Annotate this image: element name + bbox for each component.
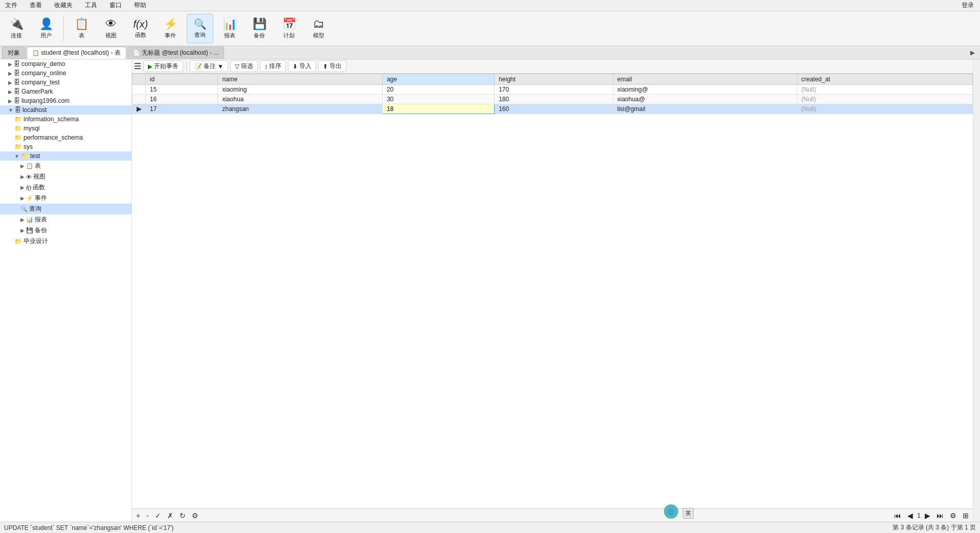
menu-window[interactable]: 窗口: [106, 0, 125, 11]
cell-height-1[interactable]: 170: [495, 85, 613, 95]
cell-email-1[interactable]: xiaoming@: [613, 85, 797, 95]
confirm-button[interactable]: ✓: [153, 510, 163, 521]
note-icon: 📝: [194, 63, 202, 70]
sidebar-item-gamerpark[interactable]: ▶ 🗄 GamerPark: [0, 87, 131, 96]
cell-age-3-editing[interactable]: [383, 104, 495, 114]
next-page-button[interactable]: ▶: [923, 511, 932, 520]
col-header-created-at[interactable]: created_at: [797, 74, 973, 85]
cell-created-at-2[interactable]: (Null): [797, 95, 973, 104]
col-header-id[interactable]: id: [146, 74, 218, 85]
folder-icon: 📁: [14, 116, 22, 123]
bottom-bar: + - ✓ ✗ ↻ ⚙ ⏮ ◀ 1 ▶ ⏭ ⚙ ⊞: [132, 508, 973, 522]
sidebar-item-localhost[interactable]: ▼ 🗄 localhost: [0, 105, 131, 115]
add-row-button[interactable]: +: [134, 510, 142, 521]
toolbar-user[interactable]: 👤 用户: [33, 14, 59, 43]
toolbar-event[interactable]: ⚡ 事件: [157, 14, 184, 43]
sidebar-item-beifen[interactable]: ▶ 💾 备份: [0, 225, 131, 236]
toolbar-model[interactable]: 🗂 模型: [305, 14, 332, 43]
menu-favorites[interactable]: 收藏夹: [51, 0, 76, 11]
hamburger-icon[interactable]: ☰: [134, 61, 141, 71]
cell-id-1[interactable]: 15: [146, 85, 218, 95]
begin-transaction-button[interactable]: ▶ 开始事务: [143, 60, 183, 72]
cell-name-1[interactable]: xiaoming: [218, 85, 383, 95]
menu-file[interactable]: 文件: [2, 0, 20, 11]
sidebar-item-mysql[interactable]: 📁 mysql: [0, 124, 131, 133]
row-indicator-1: [132, 85, 146, 95]
sidebar-item-hanshu[interactable]: ▶ f() 函数: [0, 182, 131, 193]
col-header-age[interactable]: age: [383, 74, 495, 85]
cell-age-1[interactable]: 20: [383, 85, 495, 95]
export-button[interactable]: ⬆ 导出: [318, 60, 346, 72]
settings-button[interactable]: ⚙: [190, 510, 201, 521]
cell-email-3[interactable]: lisi@gmail: [613, 104, 797, 114]
grid-button[interactable]: ⊞: [961, 511, 971, 520]
col-header-name[interactable]: name: [218, 74, 383, 85]
cell-name-2[interactable]: xiaohua: [218, 95, 383, 104]
sidebar-item-company-demo[interactable]: ▶ 🗄 company_demo: [0, 59, 131, 69]
menu-view[interactable]: 查看: [27, 0, 45, 11]
import-button[interactable]: ⬇ 导入: [288, 60, 316, 72]
cell-id-3[interactable]: 17: [146, 104, 218, 114]
sidebar-item-liuqiang[interactable]: ▶ 🗄 liuqiang1996.com: [0, 96, 131, 105]
sidebar-item-company-test[interactable]: ▶ 🗄 company_test: [0, 78, 131, 87]
col-header-email[interactable]: email: [613, 74, 797, 85]
toolbar-backup[interactable]: 💾 备份: [246, 14, 273, 43]
login-button[interactable]: 登录: [957, 0, 978, 11]
first-page-button[interactable]: ⏮: [892, 511, 903, 520]
tab-untitled[interactable]: 📄 无标题 @test (localhost) - ...: [127, 47, 225, 59]
remove-row-button[interactable]: -: [144, 510, 151, 521]
sidebar-item-chaxun[interactable]: 🔍 查询: [0, 204, 131, 214]
sidebar-item-biao[interactable]: ▶ 📋 表: [0, 161, 131, 171]
menu-help[interactable]: 帮助: [131, 0, 149, 11]
sidebar-item-shitu[interactable]: ▶ 👁 视图: [0, 171, 131, 182]
cell-created-at-1[interactable]: (Null): [797, 85, 973, 95]
db-icon: 🗄: [14, 70, 20, 77]
table-row: 16 xiaohua 30 180 xiaohua@ (Null): [132, 95, 973, 104]
page-settings-button[interactable]: ⚙: [948, 511, 959, 520]
toolbar-schedule[interactable]: 📅 计划: [276, 14, 302, 43]
toolbar-view[interactable]: 👁 视图: [98, 14, 124, 43]
tab-object[interactable]: 对象: [2, 47, 26, 59]
cell-email-2[interactable]: xiaohua@: [613, 95, 797, 104]
prev-page-button[interactable]: ◀: [905, 511, 915, 520]
menu-bar: 文件 查看 收藏夹 工具 窗口 帮助 登录: [0, 0, 980, 11]
sidebar-item-biye[interactable]: 📁 毕业设计: [0, 236, 131, 247]
note-button[interactable]: 📝 备注 ▼: [190, 60, 228, 72]
sidebar-item-information-schema[interactable]: 📁 information_schema: [0, 115, 131, 124]
cell-created-at-3[interactable]: (Null): [797, 104, 973, 114]
toolbar-function[interactable]: f(x) 函数: [127, 14, 154, 43]
age-edit-input[interactable]: [387, 105, 402, 113]
filter-button[interactable]: ▽ 筛选: [230, 60, 258, 72]
sidebar-item-performance-schema[interactable]: 📁 performance_schema: [0, 133, 131, 142]
sidebar-item-shijian[interactable]: ▶ ⚡ 事件: [0, 193, 131, 204]
expand-arrow-down: ▼: [14, 153, 19, 159]
cell-name-3[interactable]: zhangsan: [218, 104, 383, 114]
sidebar-item-test[interactable]: ▼ 📁 test: [0, 151, 131, 161]
cancel-button[interactable]: ✗: [165, 510, 175, 521]
last-page-button[interactable]: ⏭: [934, 511, 946, 520]
sidebar-item-baobiao[interactable]: ▶ 📊 报表: [0, 214, 131, 225]
untitled-icon: 📄: [133, 50, 140, 56]
toolbar-connect[interactable]: 🔌 连接: [3, 14, 30, 43]
toolbar-query[interactable]: 🔍 查询: [187, 14, 213, 43]
toolbar-report[interactable]: 📊 报表: [216, 14, 243, 43]
col-header-height[interactable]: height: [495, 74, 613, 85]
report-icon: 📊: [223, 17, 237, 31]
user-icon: 👤: [39, 17, 53, 31]
cell-id-2[interactable]: 16: [146, 95, 218, 104]
sort-button[interactable]: ↕ 排序: [260, 60, 286, 72]
sidebar-item-sys[interactable]: 📁 sys: [0, 142, 131, 151]
view-icon: 👁: [105, 17, 117, 31]
sidebar-item-company-online[interactable]: ▶ 🗄 company_online: [0, 69, 131, 78]
refresh-button[interactable]: ↻: [177, 510, 188, 521]
toolbar-table[interactable]: 📋 表: [68, 14, 95, 43]
right-scrollbar-panel: [973, 59, 980, 522]
menu-tools[interactable]: 工具: [82, 0, 100, 11]
cell-age-2[interactable]: 30: [383, 95, 495, 104]
tab-student[interactable]: 📋 student @test (localhost) - 表: [27, 47, 126, 59]
tab-right-btn[interactable]: ▶: [967, 48, 978, 58]
cell-height-3[interactable]: 160: [495, 104, 613, 114]
cell-height-2[interactable]: 180: [495, 95, 613, 104]
function-icon: f(): [26, 185, 31, 191]
report-icon: 📊: [26, 216, 33, 223]
